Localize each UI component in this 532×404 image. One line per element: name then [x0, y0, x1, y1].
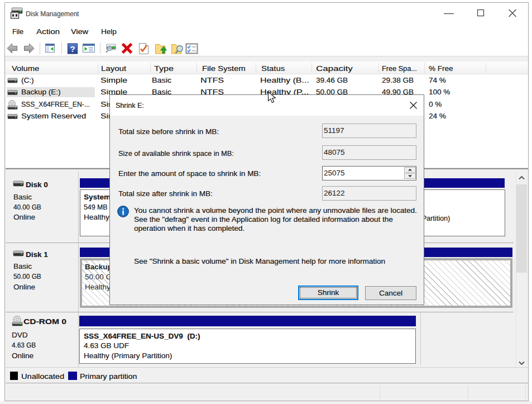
- svg-text:?: ?: [70, 44, 75, 54]
